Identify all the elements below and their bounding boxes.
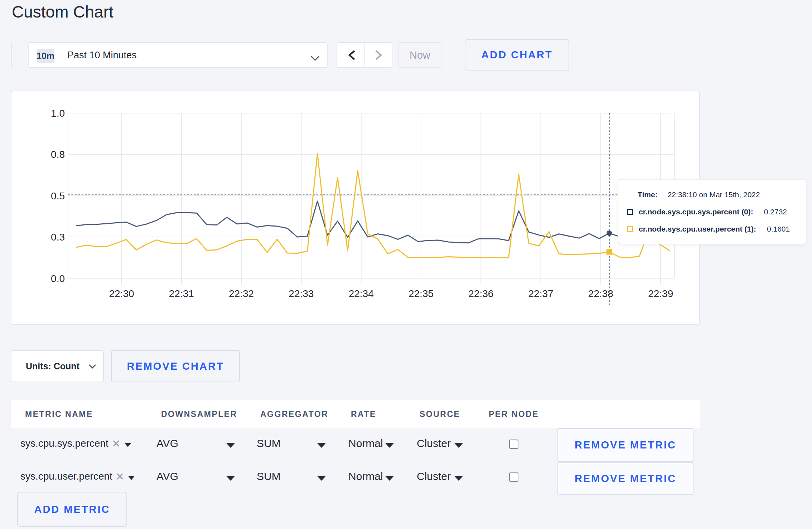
- svg-text:22:34: 22:34: [349, 288, 374, 299]
- svg-text:22:31: 22:31: [169, 288, 194, 299]
- svg-text:1.0: 1.0: [51, 108, 65, 119]
- svg-text:0.0: 0.0: [51, 273, 65, 284]
- svg-text:22:39: 22:39: [648, 288, 673, 299]
- svg-text:22:37: 22:37: [528, 288, 554, 299]
- svg-text:0.5: 0.5: [51, 190, 65, 202]
- svg-text:22:35: 22:35: [409, 288, 434, 299]
- svg-text:22:36: 22:36: [468, 288, 493, 299]
- svg-text:0.8: 0.8: [51, 149, 65, 160]
- svg-text:0.3: 0.3: [51, 232, 65, 243]
- svg-text:22:32: 22:32: [229, 288, 254, 299]
- svg-text:22:33: 22:33: [289, 288, 314, 299]
- svg-text:22:30: 22:30: [109, 288, 134, 299]
